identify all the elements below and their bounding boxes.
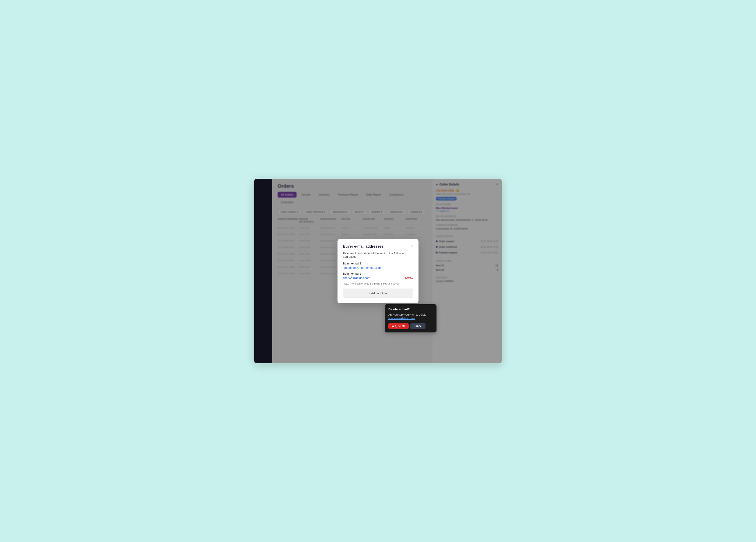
email-1-row: kaeuferin@unternehmen.com (343, 266, 413, 269)
email-2-row: finance@adidas.com Delete (343, 276, 413, 280)
email-note: Note: There can only be 3 e-mails linked… (343, 282, 413, 285)
delete-confirm-buttons: Yes, delete Cancel (388, 323, 433, 329)
email-modal: Buyer e-mail addresses × Payment informa… (338, 239, 419, 303)
modal-close-button[interactable]: × (411, 244, 413, 248)
delete-email-2-button[interactable]: Delete (405, 276, 413, 279)
cancel-delete-button[interactable]: Cancel (410, 323, 425, 329)
modal-description: Payment information will be sent to the … (343, 251, 413, 258)
modal-overlay: Buyer e-mail addresses × Payment informa… (254, 179, 502, 363)
app-frame: Orders All orders Arrivals Inventory Pur… (254, 179, 502, 363)
delete-confirm-popup: Delete e-mail? Are you sure you want to … (385, 304, 437, 333)
email-2-section: Buyer e-mail 2 finance@adidas.com Delete (343, 272, 413, 280)
email-2-link[interactable]: finance@adidas.com (343, 276, 370, 280)
email-2-label: Buyer e-mail 2 (343, 272, 413, 275)
delete-confirm-text: Are you sure you want to delete finance@… (388, 313, 433, 321)
yes-delete-button[interactable]: Yes, delete (388, 323, 409, 329)
email-1-label: Buyer e-mail 1 (343, 262, 413, 265)
modal-header: Buyer e-mail addresses × (343, 244, 413, 248)
delete-confirm-title: Delete e-mail? (388, 308, 433, 311)
delete-confirm-email: finance@adidas.com? (388, 317, 415, 320)
modal-title: Buyer e-mail addresses (343, 244, 383, 248)
add-another-button[interactable]: + Add another (343, 289, 413, 298)
email-1-section: Buyer e-mail 1 kaeuferin@unternehmen.com (343, 262, 413, 269)
email-1-link[interactable]: kaeuferin@unternehmen.com (343, 266, 381, 269)
